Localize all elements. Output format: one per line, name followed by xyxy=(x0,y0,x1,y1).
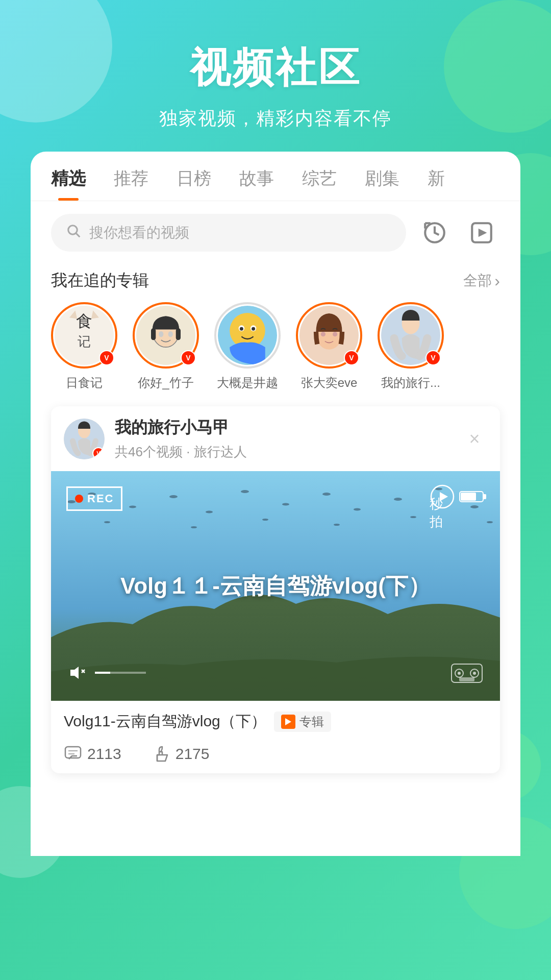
subscription-item-3[interactable]: 大概是井越 xyxy=(214,302,281,391)
video-overlay-title: Volg１１-云南自驾游vlog(下） xyxy=(120,571,431,601)
history-button[interactable] xyxy=(416,214,453,251)
video-info-row: Volg11-云南自驾游vlog（下） 专辑 xyxy=(51,701,500,740)
svg-rect-53 xyxy=(483,494,486,499)
rec-indicator: REC xyxy=(66,486,122,511)
search-area: 搜你想看的视频 xyxy=(31,201,520,264)
vip-badge-4: V xyxy=(344,350,359,365)
tab-stories[interactable]: 故事 xyxy=(239,167,274,201)
svg-rect-16 xyxy=(176,328,181,340)
main-card: 精选 推荐 日榜 故事 综艺 剧集 新 搜你想看的视频 xyxy=(31,152,520,856)
svg-point-44 xyxy=(104,521,110,523)
svg-point-62 xyxy=(458,672,461,675)
video-tag-label: 专辑 xyxy=(299,714,324,730)
subscription-item-1[interactable]: 食 记 V 日食记 xyxy=(51,302,117,391)
subscription-avatar-ring-1: 食 记 V xyxy=(51,302,117,369)
svg-point-47 xyxy=(334,524,340,526)
subscription-avatar-3 xyxy=(218,306,277,365)
subscription-name-5: 我的旅行... xyxy=(381,375,440,391)
svg-text:食: 食 xyxy=(76,312,92,330)
comments-stat: 2113 xyxy=(64,745,121,763)
subscription-avatar-ring-5: V xyxy=(378,302,444,369)
svg-point-26 xyxy=(333,332,337,336)
svg-text:记: 记 xyxy=(78,334,91,349)
svg-point-22 xyxy=(252,327,255,331)
volume-button[interactable] xyxy=(66,663,146,683)
tab-variety[interactable]: 综艺 xyxy=(302,167,337,201)
tab-recommended[interactable]: 推荐 xyxy=(114,167,148,201)
page-title: 视频社区 xyxy=(0,41,551,96)
subscriptions-list: 食 记 V 日食记 xyxy=(31,302,520,406)
video-top-right-controls: 秒拍 xyxy=(430,484,487,509)
svg-marker-55 xyxy=(70,667,79,679)
subscriptions-more-button[interactable]: 全部 › xyxy=(463,271,500,290)
svg-point-39 xyxy=(322,493,331,496)
svg-point-25 xyxy=(321,332,325,336)
svg-point-46 xyxy=(262,519,268,521)
subscription-name-4: 张大奕eve xyxy=(301,375,358,391)
rec-corner-tl xyxy=(66,486,77,497)
svg-point-63 xyxy=(473,672,476,675)
svg-rect-54 xyxy=(461,493,476,501)
svg-point-45 xyxy=(191,526,197,528)
svg-line-1 xyxy=(76,233,80,237)
header: 视频社区 独家视频，精彩内容看不停 xyxy=(0,0,551,152)
svg-point-37 xyxy=(241,490,249,493)
video-bottom-controls xyxy=(66,660,485,685)
svg-point-49 xyxy=(487,521,493,523)
video-tag-icon xyxy=(281,715,295,729)
video-stats-row: 2113 2175 xyxy=(51,740,500,773)
svg-point-36 xyxy=(206,511,213,513)
search-bar[interactable]: 搜你想看的视频 xyxy=(51,214,406,252)
tabs-row: 精选 推荐 日榜 故事 综艺 剧集 新 xyxy=(31,152,520,201)
featured-channel-name: 我的旅行小马甲 xyxy=(115,416,462,439)
search-icon xyxy=(66,224,82,242)
subscription-avatar-ring-3 xyxy=(214,302,281,369)
playlist-button[interactable] xyxy=(463,214,500,251)
search-placeholder-text: 搜你想看的视频 xyxy=(89,223,189,242)
svg-point-41 xyxy=(394,498,402,501)
likes-count: 2175 xyxy=(176,745,210,763)
subscription-avatar-ring-4: V xyxy=(296,302,362,369)
featured-channel-avatar: V xyxy=(64,419,105,459)
tab-series[interactable]: 剧集 xyxy=(365,167,399,201)
svg-point-14 xyxy=(168,331,173,337)
svg-point-13 xyxy=(159,331,163,337)
subscriptions-title: 我在追的专辑 xyxy=(51,270,149,292)
subscriptions-section-header: 我在追的专辑 全部 › xyxy=(31,264,520,302)
vip-badge-2: V xyxy=(181,350,196,365)
tab-ranking[interactable]: 日榜 xyxy=(177,167,211,201)
featured-card: V 我的旅行小马甲 共46个视频 · 旅行达人 × xyxy=(51,406,500,773)
svg-point-40 xyxy=(354,508,361,511)
svg-point-48 xyxy=(410,516,416,518)
close-button[interactable]: × xyxy=(462,426,487,452)
featured-channel-info: 我的旅行小马甲 共46个视频 · 旅行达人 xyxy=(115,416,462,461)
tab-selected[interactable]: 精选 xyxy=(51,167,86,201)
svg-point-35 xyxy=(169,495,178,498)
subscription-item-2[interactable]: V 你好_竹子 xyxy=(133,302,199,391)
svg-marker-4 xyxy=(479,229,487,237)
rec-corner-bl xyxy=(66,501,77,511)
svg-rect-61 xyxy=(459,677,474,681)
video-title: Volg11-云南自驾游vlog（下） xyxy=(64,711,266,732)
chevron-right-icon: › xyxy=(494,272,500,290)
subscription-name-1: 日食记 xyxy=(66,375,103,391)
comments-count: 2113 xyxy=(87,745,121,763)
miaopal-brand: 秒拍 xyxy=(430,495,446,531)
svg-rect-15 xyxy=(151,328,156,340)
tab-new[interactable]: 新 xyxy=(428,167,445,201)
vip-badge-5: V xyxy=(425,350,441,365)
featured-card-header: V 我的旅行小马甲 共46个视频 · 旅行达人 × xyxy=(51,406,500,471)
subscription-avatar-ring-2: V xyxy=(133,302,199,369)
svg-marker-64 xyxy=(285,718,291,725)
svg-point-21 xyxy=(240,327,243,331)
video-tag: 专辑 xyxy=(274,712,331,732)
featured-vip-badge: V xyxy=(92,447,105,459)
rec-text: REC xyxy=(87,492,114,505)
subscription-item-4[interactable]: V 张大奕eve xyxy=(296,302,362,391)
subscription-item-5[interactable]: V 我的旅行... xyxy=(378,302,444,391)
featured-channel-meta: 共46个视频 · 旅行达人 xyxy=(115,443,462,461)
svg-point-0 xyxy=(68,225,78,234)
video-thumbnail[interactable]: REC 秒拍 Volg１１-云南自驾游vlog(下） xyxy=(51,471,500,701)
page-subtitle: 独家视频，精彩内容看不停 xyxy=(0,106,551,131)
subscription-name-2: 你好_竹子 xyxy=(138,375,193,391)
